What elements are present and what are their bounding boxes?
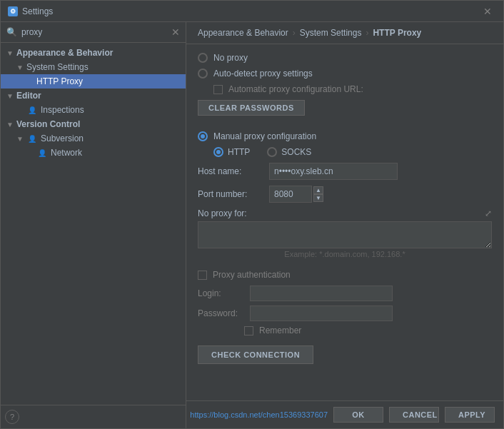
- port-down-button[interactable]: ▼: [313, 194, 323, 202]
- search-clear-button[interactable]: ✕: [171, 26, 180, 38]
- clear-passwords-container: CLEAR PASSWORDS: [198, 100, 492, 124]
- sidebar-label-appearance: Appearance & Behavior: [16, 48, 113, 58]
- inspections-icon: 👤: [26, 105, 38, 115]
- port-wrapper: ▲ ▼: [269, 186, 323, 203]
- manual-proxy-radio[interactable]: [198, 131, 208, 141]
- network-icon: 👤: [36, 148, 48, 158]
- no-proxy-hint: Example: *.domain.com, 192.168.*: [198, 250, 492, 258]
- breadcrumb-sep1: ›: [293, 28, 296, 38]
- remember-label: Remember: [259, 325, 301, 335]
- sidebar-label-version-control: Version Control: [16, 119, 80, 129]
- arrow-http-proxy: [26, 78, 36, 86]
- manual-proxy-row: Manual proxy configuration: [198, 131, 492, 141]
- breadcrumb-sep2: ›: [366, 28, 368, 38]
- http-option: HTTP: [213, 147, 250, 157]
- settings-content: No proxy Auto-detect proxy settings Auto…: [186, 44, 503, 400]
- subversion-icon: 👤: [26, 133, 38, 143]
- bottom-bar: https://blog.csdn.net/chen15369337607 OK…: [186, 400, 503, 428]
- sidebar-item-inspections[interactable]: 👤 Inspections: [1, 103, 186, 117]
- apply-button[interactable]: APPLY: [445, 407, 495, 423]
- sidebar-label-editor: Editor: [16, 91, 41, 101]
- port-up-button[interactable]: ▲: [313, 186, 323, 194]
- no-proxy-for-label: No proxy for:: [198, 208, 269, 218]
- auto-proxy-url-row: Automatic proxy configuration URL:: [213, 84, 492, 94]
- arrow-subversion: ▼: [16, 135, 26, 143]
- http-radio[interactable]: [213, 147, 223, 157]
- breadcrumb: Appearance & Behavior › System Settings …: [186, 22, 503, 44]
- sidebar-item-network[interactable]: 👤 Network: [1, 146, 186, 160]
- sidebar-item-subversion[interactable]: ▼ 👤 Subversion: [1, 131, 186, 146]
- remember-checkbox[interactable]: [244, 326, 253, 335]
- window-title: Settings: [22, 6, 53, 16]
- auto-proxy-url-checkbox[interactable]: [213, 85, 223, 94]
- host-name-row: Host name:: [198, 163, 492, 180]
- arrow-appearance: ▼: [6, 49, 16, 57]
- search-bar: 🔍 ✕: [1, 22, 186, 43]
- proxy-auth-row: Proxy authentication: [198, 270, 492, 280]
- no-proxy-for-header: No proxy for: ⤢: [198, 208, 492, 218]
- login-label: Login:: [198, 288, 244, 298]
- no-proxy-for-section: No proxy for: ⤢ Example: *.domain.com, 1…: [198, 208, 492, 264]
- auto-detect-label: Auto-detect proxy settings: [213, 69, 313, 79]
- sidebar-item-version-control[interactable]: ▼ Version Control: [1, 117, 186, 131]
- no-proxy-textarea[interactable]: [198, 221, 492, 248]
- close-button[interactable]: ✕: [479, 5, 496, 18]
- title-bar-left: ⚙ Settings: [8, 6, 53, 16]
- password-input[interactable]: [250, 306, 393, 321]
- port-number-label: Port number:: [198, 189, 269, 199]
- expand-icon[interactable]: ⤢: [485, 208, 492, 218]
- sidebar-label-subversion: Subversion: [41, 133, 84, 143]
- sidebar-label-inspections: Inspections: [41, 105, 84, 115]
- arrow-editor: ▼: [6, 92, 16, 100]
- auto-detect-radio[interactable]: [198, 69, 208, 79]
- proxy-auth-checkbox[interactable]: [198, 271, 207, 280]
- breadcrumb-part3: HTTP Proxy: [373, 28, 421, 38]
- clear-passwords-button[interactable]: CLEAR PASSWORDS: [198, 100, 305, 116]
- sidebar-label-http-proxy: HTTP Proxy: [36, 76, 83, 86]
- tree: ▼ Appearance & Behavior ▼ System Setting…: [1, 43, 186, 405]
- arrow-system: ▼: [16, 64, 26, 71]
- host-name-label: Host name:: [198, 166, 269, 176]
- app-icon: ⚙: [8, 6, 18, 16]
- manual-proxy-label: Manual proxy configuration: [213, 131, 316, 141]
- breadcrumb-part1: Appearance & Behavior: [198, 28, 288, 38]
- main-panel: Appearance & Behavior › System Settings …: [186, 22, 503, 428]
- protocol-row: HTTP SOCKS: [213, 147, 492, 157]
- password-label: Password:: [198, 308, 244, 318]
- no-proxy-row: No proxy: [198, 53, 492, 63]
- sidebar-bottom: ?: [1, 405, 186, 428]
- sidebar-item-system-settings[interactable]: ▼ System Settings: [1, 60, 186, 74]
- settings-window: ⚙ Settings ✕ 🔍 ✕ ▼ Appearance & Behavior…: [0, 0, 504, 429]
- proxy-auth-label: Proxy authentication: [213, 270, 291, 280]
- breadcrumb-part2: System Settings: [300, 28, 362, 38]
- cancel-button[interactable]: CANCEL: [389, 407, 439, 423]
- sidebar-item-http-proxy[interactable]: HTTP Proxy: [1, 74, 186, 89]
- search-icon: 🔍: [6, 27, 17, 37]
- title-bar: ⚙ Settings ✕: [1, 1, 503, 22]
- socks-label: SOCKS: [281, 147, 311, 157]
- content-area: 🔍 ✕ ▼ Appearance & Behavior ▼ System Set…: [1, 22, 503, 428]
- auto-proxy-url-label: Automatic proxy configuration URL:: [228, 84, 363, 94]
- arrow-network: [26, 149, 36, 157]
- port-number-row: Port number: ▲ ▼: [198, 186, 492, 203]
- search-input[interactable]: [21, 27, 167, 37]
- help-button[interactable]: ?: [5, 410, 19, 424]
- login-row: Login:: [198, 286, 492, 301]
- socks-option: SOCKS: [267, 147, 311, 157]
- port-input[interactable]: [269, 186, 312, 203]
- sidebar-item-editor[interactable]: ▼ Editor: [1, 89, 186, 103]
- http-label: HTTP: [228, 147, 250, 157]
- arrow-inspections: [16, 106, 26, 114]
- no-proxy-label: No proxy: [213, 53, 248, 63]
- arrow-version-control: ▼: [6, 121, 16, 128]
- footer-link[interactable]: https://blog.csdn.net/chen15369337607: [190, 410, 328, 419]
- check-connection-button[interactable]: CHECK CONNECTION: [198, 345, 313, 364]
- sidebar-item-appearance[interactable]: ▼ Appearance & Behavior: [1, 46, 186, 60]
- socks-radio[interactable]: [267, 147, 277, 157]
- no-proxy-radio[interactable]: [198, 53, 208, 63]
- host-name-input[interactable]: [269, 163, 398, 180]
- ok-button[interactable]: OK: [333, 407, 383, 423]
- port-spinner: ▲ ▼: [313, 186, 323, 202]
- login-input[interactable]: [250, 286, 393, 301]
- auto-detect-row: Auto-detect proxy settings: [198, 69, 492, 79]
